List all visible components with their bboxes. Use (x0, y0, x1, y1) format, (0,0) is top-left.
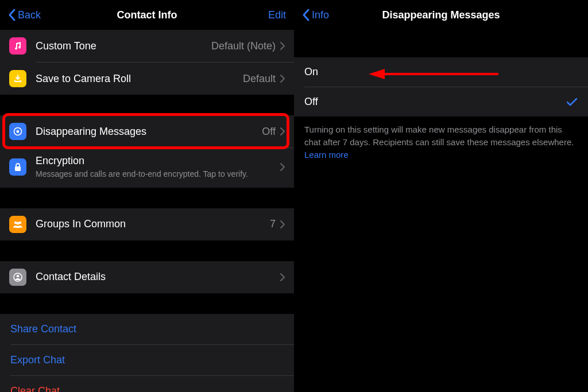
person-icon (9, 269, 26, 286)
section-privacy: Disappearing Messages Off Encryption Mes… (0, 115, 294, 188)
row-camera-roll[interactable]: Save to Camera Roll Default (0, 63, 294, 95)
section-groups: Groups In Common 7 (0, 208, 294, 240)
checkmark-icon (566, 98, 578, 107)
groups-label: Groups In Common (36, 218, 270, 230)
custom-tone-label: Custom Tone (36, 40, 211, 52)
chevron-right-icon (280, 127, 285, 135)
disappearing-value: Off (262, 126, 276, 138)
back-button[interactable]: Back (8, 9, 41, 21)
page-title: Contact Info (0, 9, 294, 21)
svg-point-4 (19, 222, 21, 224)
disappearing-label: Disappearing Messages (36, 126, 262, 138)
row-custom-tone[interactable]: Custom Tone Default (Note) (0, 30, 294, 62)
encryption-sublabel: Messages and calls are end-to-end encryp… (36, 169, 276, 180)
row-disappearing-messages[interactable]: Disappearing Messages Off (0, 115, 294, 148)
export-chat-button[interactable]: Export Chat (0, 345, 294, 375)
help-text-content: Turning on this setting will make new me… (304, 125, 574, 147)
share-contact-button[interactable]: Share Contact (0, 314, 294, 344)
chevron-right-icon (280, 163, 285, 171)
groups-value: 7 (270, 218, 276, 230)
help-text: Turning on this setting will make new me… (294, 117, 588, 168)
learn-more-link[interactable]: Learn more (304, 150, 349, 160)
page-title: Disappearing Messages (294, 9, 588, 21)
section-media: Custom Tone Default (Note) Save to Camer… (0, 30, 294, 95)
navbar-left: Back Contact Info Edit (0, 0, 294, 30)
spacer (294, 30, 588, 57)
clear-chat-button[interactable]: Clear Chat (0, 376, 294, 392)
lock-icon (9, 158, 26, 176)
spacer (0, 95, 294, 115)
chevron-left-icon (302, 9, 310, 21)
chevron-left-icon (8, 9, 16, 21)
option-off-label: Off (304, 96, 318, 108)
chevron-right-icon (280, 220, 285, 228)
option-on[interactable]: On (294, 57, 588, 87)
back-button[interactable]: Info (302, 9, 329, 21)
svg-point-3 (14, 222, 17, 224)
section-actions: Share Contact Export Chat Clear Chat (0, 314, 294, 392)
navbar-right: Info Disappearing Messages (294, 0, 588, 30)
edit-button[interactable]: Edit (268, 9, 286, 21)
chevron-right-icon (280, 75, 285, 83)
row-groups-in-common[interactable]: Groups In Common 7 (0, 208, 294, 240)
spacer (0, 240, 294, 261)
encryption-label: Encryption (36, 155, 276, 167)
chevron-right-icon (280, 42, 285, 50)
row-contact-details[interactable]: Contact Details (0, 261, 294, 293)
back-label: Back (18, 9, 41, 21)
contact-info-pane: Back Contact Info Edit Custom Tone Defau… (0, 0, 294, 392)
music-icon (9, 37, 26, 55)
chevron-right-icon (280, 273, 285, 281)
option-off[interactable]: Off (294, 87, 588, 117)
custom-tone-value: Default (Note) (211, 40, 276, 52)
disappearing-messages-pane: Info Disappearing Messages On Off Turnin… (294, 0, 588, 392)
section-details: Contact Details (0, 261, 294, 293)
spacer (0, 293, 294, 314)
group-icon (9, 216, 26, 233)
svg-rect-2 (15, 166, 21, 171)
option-on-label: On (304, 66, 318, 78)
camera-roll-label: Save to Camera Roll (36, 73, 243, 85)
contact-details-label: Contact Details (36, 271, 280, 283)
row-encryption[interactable]: Encryption Messages and calls are end-to… (0, 148, 294, 188)
spacer (0, 188, 294, 208)
camera-roll-value: Default (243, 73, 276, 85)
back-label: Info (312, 9, 329, 21)
svg-point-7 (17, 275, 20, 278)
timer-icon (9, 123, 26, 140)
section-options: On Off (294, 57, 588, 117)
download-icon (9, 70, 26, 87)
svg-point-5 (17, 222, 20, 224)
